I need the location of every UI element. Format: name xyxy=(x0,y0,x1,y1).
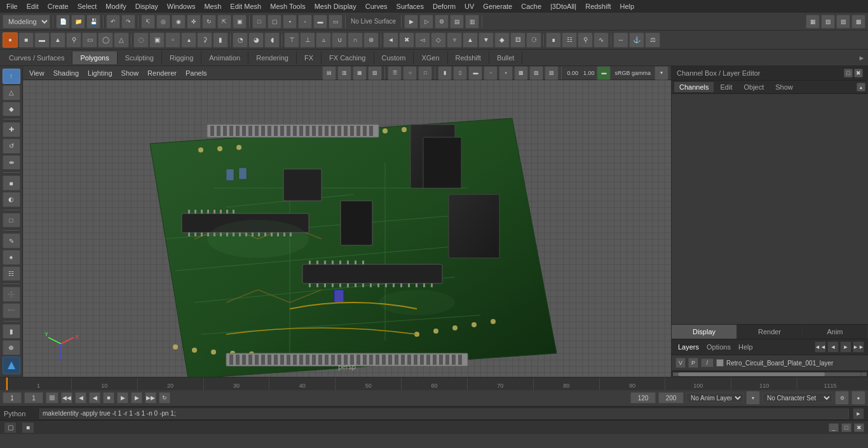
menu-uv[interactable]: UV xyxy=(461,1,478,11)
scroll-thumb[interactable] xyxy=(678,372,825,376)
tab-sculpting[interactable]: Sculpting xyxy=(118,51,162,64)
nurbs-cyl-btn[interactable]: ▫ xyxy=(165,32,180,48)
cam-book-btn[interactable]: ▥ xyxy=(337,66,351,80)
wrap-btn[interactable]: ⚲ xyxy=(578,32,593,48)
fill-btn[interactable]: ▵ xyxy=(316,32,331,48)
display8[interactable]: ▧ xyxy=(545,66,559,80)
tabs-scroll-right[interactable]: ► xyxy=(857,51,867,65)
current-frame-input[interactable] xyxy=(24,392,43,404)
smooth-btn2[interactable]: ○ xyxy=(403,66,417,80)
display3[interactable]: ▬ xyxy=(468,66,482,80)
command-input[interactable] xyxy=(39,409,849,419)
lasso-btn[interactable]: ◎ xyxy=(156,15,170,29)
lattice-btn[interactable]: ☷ xyxy=(562,32,577,48)
menu-display[interactable]: Display xyxy=(132,1,162,11)
render-view-btn[interactable]: ▥ xyxy=(465,15,479,29)
nurbs-sphere-btn[interactable]: ◌ xyxy=(133,32,149,48)
loopcut-btn[interactable]: ▲ xyxy=(463,32,478,48)
snap-grid-btn[interactable]: □ xyxy=(252,15,266,29)
snap-curve-btn[interactable]: ▢ xyxy=(268,15,281,29)
close-btn[interactable]: ✖ xyxy=(854,423,864,432)
menu-cache[interactable]: Cache xyxy=(517,1,545,11)
display6[interactable]: ▩ xyxy=(514,66,528,80)
redo-btn[interactable]: ↷ xyxy=(121,15,135,29)
universal-btn[interactable]: ▣ xyxy=(233,15,247,29)
tab-custom[interactable]: Custom xyxy=(374,51,414,64)
tab-redshift[interactable]: Redshift xyxy=(448,51,489,64)
universal-manip-btn[interactable]: ■ xyxy=(3,175,20,191)
view-menu[interactable]: View xyxy=(25,68,48,78)
torus-btn[interactable]: ⚲ xyxy=(66,32,81,48)
paint-select-tool-btn[interactable]: ◆ xyxy=(3,102,20,117)
menu-edit-mesh[interactable]: Edit Mesh xyxy=(226,1,265,11)
character-set-options-btn[interactable]: ⚙ xyxy=(835,391,849,405)
snap-surface-btn[interactable]: ▫ xyxy=(298,15,312,29)
menu-curves[interactable]: Curves xyxy=(362,1,391,11)
tab-object[interactable]: Object xyxy=(738,82,769,92)
anim-tab[interactable]: Anim xyxy=(803,325,868,339)
smooth-btn[interactable]: ⚅ xyxy=(510,32,526,48)
cube-btn[interactable]: ■ xyxy=(18,32,34,48)
cmd-execute-btn[interactable]: ► xyxy=(853,408,864,419)
layer-nav-prev[interactable]: ◄ xyxy=(827,341,839,353)
menu-create[interactable]: Create xyxy=(44,1,72,11)
outliner-btn[interactable]: ☷ xyxy=(3,266,20,282)
prism-btn[interactable]: △ xyxy=(114,32,129,48)
collapse-btn[interactable]: ◆ xyxy=(494,32,510,48)
sphere-btn[interactable]: ● xyxy=(3,32,18,48)
sculpt-btn[interactable]: ⚓ xyxy=(629,32,644,48)
deform-btn[interactable]: ∎ xyxy=(546,32,561,48)
layer-visibility-btn[interactable]: V xyxy=(675,358,686,368)
stop-btn[interactable]: ■ xyxy=(103,392,114,404)
select-btn[interactable]: ↸ xyxy=(141,15,155,29)
paint-weights-btn[interactable]: ⚖ xyxy=(645,32,660,48)
rotate-tool-btn[interactable]: ↺ xyxy=(3,139,20,154)
menu-mesh-tools[interactable]: Mesh Tools xyxy=(266,1,309,11)
play-back-btn[interactable]: ◀ xyxy=(89,392,100,404)
loop-btn[interactable]: ↻ xyxy=(159,392,170,404)
render-settings-btn[interactable]: ⚙ xyxy=(435,15,449,29)
tab-channels[interactable]: Channels xyxy=(674,82,714,92)
disc-btn[interactable]: ◯ xyxy=(98,32,113,48)
select-tool-btn[interactable]: ↑ xyxy=(3,69,20,84)
hypershade-btn[interactable]: ▤ xyxy=(450,15,464,29)
snap-view-btn[interactable]: ▬ xyxy=(313,15,327,29)
display4[interactable]: ▫ xyxy=(484,66,498,80)
menu-mesh[interactable]: Mesh xyxy=(200,1,225,11)
char-range-toggle[interactable] xyxy=(46,392,58,404)
menu-modify[interactable]: Modify xyxy=(102,1,130,11)
paint-select-btn[interactable]: ◉ xyxy=(172,15,186,29)
anim-layer-options-btn[interactable]: ▾ xyxy=(746,391,760,405)
menu-edit[interactable]: Edit xyxy=(23,1,43,11)
tab-rendering[interactable]: Rendering xyxy=(248,51,297,64)
nurbs-cube-btn[interactable]: ▣ xyxy=(149,32,165,48)
plane-btn[interactable]: ▭ xyxy=(82,32,97,48)
marquee-select-btn[interactable]: □ xyxy=(3,213,20,228)
step-back-btn[interactable]: ◀ xyxy=(75,392,86,404)
layer-playback-btn[interactable]: P xyxy=(688,358,698,368)
move-tool-btn[interactable]: ✚ xyxy=(3,122,20,137)
render-tab[interactable]: Render xyxy=(737,325,803,339)
nonlin-btn[interactable]: ∿ xyxy=(593,32,609,48)
channel-box-close-btn[interactable]: ✖ xyxy=(854,69,863,78)
soft-modification-btn[interactable]: ◐ xyxy=(3,192,20,207)
help-tab[interactable]: Help xyxy=(736,342,756,352)
layout-btn2[interactable]: ▧ xyxy=(821,15,835,29)
end-frame-input[interactable] xyxy=(630,392,656,404)
vol-cyl-btn[interactable]: ◖ xyxy=(264,32,280,48)
nurbs-torus-btn[interactable]: ⚳ xyxy=(197,32,212,48)
renderer-menu[interactable]: Renderer xyxy=(144,68,180,78)
viewport-canvas[interactable]: persp X Y Z xyxy=(23,80,671,377)
maya-logo-btn[interactable] xyxy=(3,356,20,374)
options-tab[interactable]: Options xyxy=(704,342,733,352)
timeline-ruler[interactable]: 1 10 20 30 40 50 60 70 80 90 100 110 111… xyxy=(0,377,868,390)
display7[interactable]: ▨ xyxy=(529,66,543,80)
layout-btn3[interactable]: ▨ xyxy=(836,15,850,29)
nurbs-plane-btn[interactable]: ▮ xyxy=(213,32,228,48)
cone-btn[interactable]: ▲ xyxy=(50,32,65,48)
move-btn[interactable]: ✜ xyxy=(187,15,201,29)
play-forward-btn[interactable]: ▶ xyxy=(117,392,128,404)
menu-select[interactable]: Select xyxy=(74,1,101,11)
save-file-btn[interactable]: 💾 xyxy=(86,15,100,29)
rotate-btn[interactable]: ↻ xyxy=(202,15,216,29)
